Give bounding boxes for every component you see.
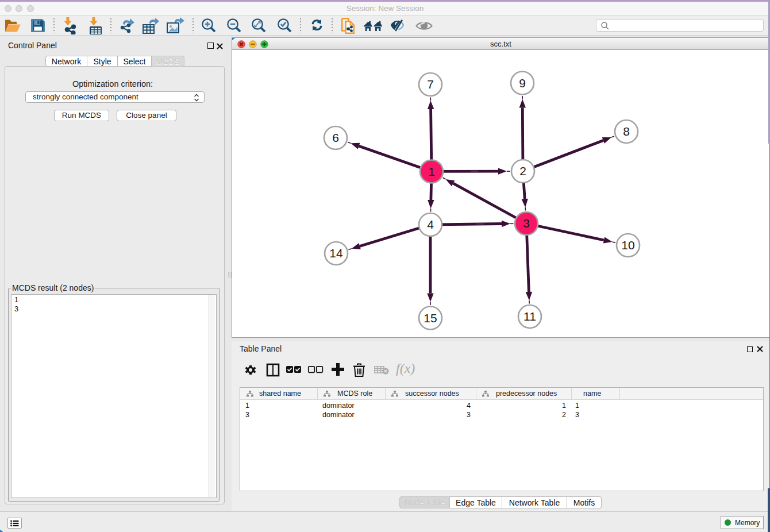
- svg-text:1: 1: [428, 165, 435, 178]
- svg-text:10: 10: [621, 238, 634, 252]
- svg-text:3: 3: [523, 217, 530, 230]
- svg-text:9: 9: [519, 76, 526, 90]
- svg-text:2: 2: [519, 164, 526, 178]
- svg-text:4: 4: [427, 218, 434, 231]
- svg-text:15: 15: [424, 311, 437, 325]
- svg-text:6: 6: [332, 131, 339, 144]
- svg-text:7: 7: [427, 78, 434, 91]
- svg-text:14: 14: [329, 246, 343, 260]
- svg-text:8: 8: [623, 125, 630, 138]
- svg-text:11: 11: [523, 310, 536, 323]
